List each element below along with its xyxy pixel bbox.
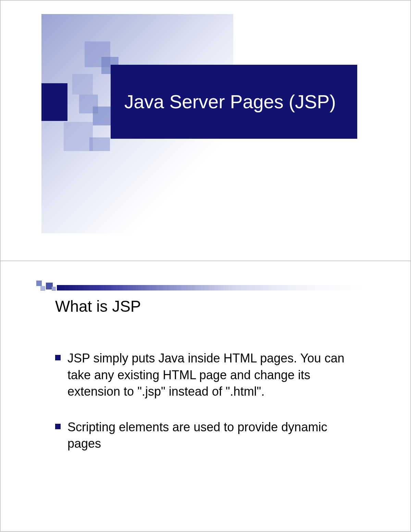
bullet-text: JSP simply puts Java inside HTML pages. … (67, 350, 361, 400)
content-slide: What is JSP JSP simply puts Java inside … (0, 261, 411, 531)
bullet-item: JSP simply puts Java inside HTML pages. … (55, 350, 361, 400)
decoration-square (89, 137, 110, 151)
decoration-square (36, 281, 42, 286)
bullet-marker-icon (55, 424, 61, 429)
slide-header-bar (57, 285, 376, 290)
slide-header-decoration (36, 280, 376, 294)
slide-title: What is JSP (55, 297, 141, 316)
decoration-square (93, 107, 112, 125)
title-bar-accent (41, 83, 67, 121)
decoration-square (72, 74, 93, 95)
decoration-square (52, 287, 56, 291)
slide-content: JSP simply puts Java inside HTML pages. … (55, 350, 361, 471)
decoration-square (40, 286, 45, 291)
presentation-title: Java Server Pages (JSP) (124, 90, 336, 113)
bullet-item: Scripting elements are used to provide d… (55, 419, 361, 452)
title-slide: Java Server Pages (JSP) (0, 0, 411, 261)
bullet-marker-icon (55, 355, 61, 360)
presentation-page: Java Server Pages (JSP) What is JSP JSP … (0, 0, 411, 532)
decoration-square (64, 122, 93, 151)
title-bar: Java Server Pages (JSP) (111, 65, 357, 139)
bullet-text: Scripting elements are used to provide d… (67, 419, 361, 452)
